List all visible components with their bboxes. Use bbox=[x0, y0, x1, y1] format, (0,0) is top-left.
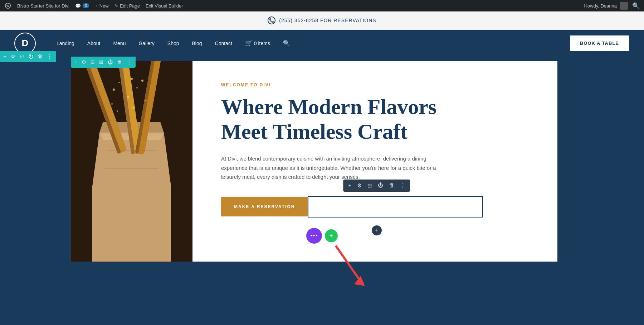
exit-builder-link[interactable]: Exit Visual Builder bbox=[146, 3, 183, 9]
svg-point-10 bbox=[118, 82, 120, 83]
book-table-button[interactable]: BOOK A TABLE bbox=[569, 35, 630, 52]
purple-menu-button[interactable]: ••• bbox=[306, 228, 322, 244]
comments-link[interactable]: 💬 0 bbox=[75, 3, 89, 9]
et-settings-icon[interactable]: ⚙ bbox=[357, 182, 362, 189]
svg-point-18 bbox=[132, 106, 135, 109]
element-toolbar: + ⚙ ⊡ ⏻ 🗑 ⋮ bbox=[343, 180, 410, 192]
new-button[interactable]: + New bbox=[95, 3, 109, 9]
vb-delete-row-icon[interactable]: 🗑 bbox=[38, 54, 43, 59]
cart-count: 0 items bbox=[254, 40, 270, 46]
top-bar: 📞 (255) 352-6258 FOR RESERVATIONS bbox=[0, 11, 644, 30]
et-clone-icon[interactable]: ⊡ bbox=[367, 182, 372, 189]
main-content: + ⚙ ⊡ ⊞ ⏻ 🗑 ⋮ bbox=[0, 57, 644, 262]
vb-row-toolbar: + ⚙ ⊡ ⏻ 🗑 ⋮ bbox=[0, 51, 56, 62]
hero-title: Where Modern Flavors Meet Timeless Craft bbox=[221, 95, 532, 144]
vb-columns-section-icon[interactable]: ⊞ bbox=[99, 59, 103, 65]
svg-point-16 bbox=[145, 100, 147, 101]
site-nav: Landing About Menu Gallery Shop Blog Con… bbox=[50, 40, 297, 47]
buttons-row: + ⚙ ⊡ ⏻ 🗑 ⋮ MAKE A RESERVATION + bbox=[221, 196, 532, 218]
text-column: WELCOME TO DIVI Where Modern Flavors Mee… bbox=[192, 61, 557, 262]
vb-add-section-icon[interactable]: + bbox=[74, 59, 77, 65]
vb-settings-section-icon[interactable]: ⚙ bbox=[82, 59, 86, 65]
svg-point-11 bbox=[131, 78, 133, 80]
svg-marker-22 bbox=[354, 276, 365, 286]
reservation-button[interactable]: MAKE A RESERVATION bbox=[221, 197, 308, 216]
vb-disable-row-icon[interactable]: ⏻ bbox=[28, 54, 33, 59]
cart-link[interactable]: 🛒 0 items bbox=[239, 40, 277, 47]
svg-point-13 bbox=[141, 80, 143, 82]
nav-item-menu[interactable]: Menu bbox=[107, 40, 132, 46]
svg-point-17 bbox=[117, 110, 118, 112]
food-image bbox=[71, 61, 192, 262]
svg-point-15 bbox=[127, 96, 129, 98]
site-header: D Landing About Menu Gallery Shop Blog C… bbox=[0, 30, 644, 57]
second-button[interactable] bbox=[308, 196, 483, 218]
nav-item-blog[interactable]: Blog bbox=[186, 40, 209, 46]
nav-item-shop[interactable]: Shop bbox=[161, 40, 186, 46]
vb-clone-row-icon[interactable]: ⊡ bbox=[20, 53, 24, 59]
vb-settings-row-icon[interactable]: ⚙ bbox=[11, 53, 15, 59]
phone-text: (255) 352-6258 FOR RESERVATIONS bbox=[279, 18, 376, 23]
vb-add-row-icon[interactable]: + bbox=[4, 54, 6, 59]
vb-more-row-icon[interactable]: ⋮ bbox=[47, 53, 53, 60]
search-icon: 🔍 bbox=[283, 40, 290, 47]
welcome-label: WELCOME TO DIVI bbox=[221, 82, 532, 87]
phone-icon: 📞 bbox=[268, 16, 275, 24]
et-delete-icon[interactable]: 🗑 bbox=[389, 182, 394, 188]
add-below-button[interactable]: + bbox=[372, 225, 382, 235]
edit-page-link[interactable]: ✎ Edit Page bbox=[114, 3, 140, 9]
avatar bbox=[620, 2, 628, 10]
admin-search-icon[interactable]: 🔍 bbox=[632, 2, 640, 10]
food-image-column bbox=[71, 61, 192, 262]
svg-text:W: W bbox=[6, 4, 9, 8]
green-add-button[interactable]: + bbox=[325, 229, 338, 242]
admin-bar: W Bistro Starter Site for Divi 💬 0 + New… bbox=[0, 0, 644, 11]
wp-logo[interactable]: W bbox=[4, 2, 11, 9]
howdy-user[interactable]: Howdy, Deanna bbox=[584, 2, 628, 10]
vb-clone-section-icon[interactable]: ⊡ bbox=[91, 59, 95, 65]
hero-description: At Divi, we blend contemporary cuisine w… bbox=[221, 154, 454, 182]
vb-delete-section-icon[interactable]: 🗑 bbox=[117, 59, 122, 65]
nav-item-contact[interactable]: Contact bbox=[209, 40, 239, 46]
et-add-icon[interactable]: + bbox=[348, 182, 351, 188]
vb-disable-section-icon[interactable]: ⏻ bbox=[108, 59, 113, 65]
cart-icon: 🛒 bbox=[245, 40, 252, 47]
svg-point-9 bbox=[113, 89, 115, 91]
comments-count: 0 bbox=[83, 3, 89, 8]
svg-point-12 bbox=[136, 87, 138, 89]
search-button[interactable]: 🔍 bbox=[277, 40, 297, 47]
et-more-icon[interactable]: ⋮ bbox=[400, 182, 405, 189]
nav-item-about[interactable]: About bbox=[81, 40, 107, 46]
nav-item-gallery[interactable]: Gallery bbox=[132, 40, 161, 46]
vb-section-toolbar: + ⚙ ⊡ ⊞ ⏻ 🗑 ⋮ bbox=[71, 57, 136, 68]
nav-item-landing[interactable]: Landing bbox=[50, 40, 81, 46]
site-name[interactable]: Bistro Starter Site for Divi bbox=[17, 3, 69, 9]
vb-more-section-icon[interactable]: ⋮ bbox=[126, 59, 132, 66]
comment-icon: 💬 bbox=[75, 3, 81, 9]
svg-point-14 bbox=[111, 103, 113, 105]
et-disable-icon[interactable]: ⏻ bbox=[378, 182, 383, 188]
bottom-floating-controls: ••• + bbox=[306, 228, 338, 244]
